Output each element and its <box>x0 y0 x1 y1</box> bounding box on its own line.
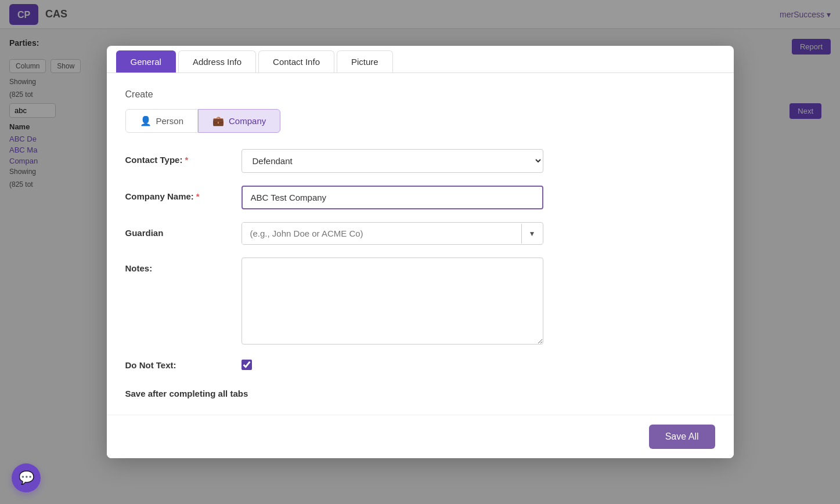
company-name-row: Company Name:* <box>125 186 715 209</box>
company-name-control <box>241 186 543 209</box>
guardian-row: Guardian ▼ <box>125 222 715 245</box>
tab-address-info[interactable]: Address Info <box>178 50 256 72</box>
contact-type-control: Defendant Plaintiff Witness Attorney Oth… <box>241 149 543 173</box>
tab-contact-info[interactable]: Contact Info <box>258 50 334 72</box>
tab-picture[interactable]: Picture <box>337 50 393 72</box>
save-hint: Save after completing all tabs <box>125 389 715 398</box>
contact-type-row: Contact Type:* Defendant Plaintiff Witne… <box>125 149 715 173</box>
guardian-input[interactable] <box>242 223 521 244</box>
contact-type-label: Contact Type:* <box>125 149 241 165</box>
modal-dialog: General Address Info Contact Info Pictur… <box>107 46 734 458</box>
do-not-text-row: Do Not Text: <box>125 360 715 370</box>
entity-type-toggle: 👤 Person 💼 Company <box>125 109 715 133</box>
guardian-dropdown-arrow[interactable]: ▼ <box>521 224 543 244</box>
modal-overlay: General Address Info Contact Info Pictur… <box>0 0 840 504</box>
company-toggle-btn[interactable]: 💼 Company <box>198 109 280 133</box>
notes-row: Notes: <box>125 258 715 347</box>
person-toggle-btn[interactable]: 👤 Person <box>125 109 199 133</box>
notes-control <box>241 258 543 347</box>
company-icon: 💼 <box>212 115 224 126</box>
person-label: Person <box>156 116 184 126</box>
company-label: Company <box>229 116 266 126</box>
person-icon: 👤 <box>140 115 152 126</box>
company-name-label: Company Name:* <box>125 186 241 201</box>
do-not-text-label: Do Not Text: <box>125 360 241 370</box>
chat-bubble-button[interactable]: 💬 <box>12 463 41 492</box>
chat-bubble-icon: 💬 <box>19 470 34 485</box>
save-all-button[interactable]: Save All <box>649 425 715 449</box>
modal-body: Create 👤 Person 💼 Company Contact Type:* <box>107 73 734 415</box>
create-label: Create <box>125 89 715 100</box>
company-name-input[interactable] <box>241 186 543 209</box>
guardian-wrapper: ▼ <box>241 222 543 245</box>
tab-general[interactable]: General <box>116 50 176 72</box>
guardian-control: ▼ <box>241 222 543 245</box>
modal-footer: Save All <box>107 415 734 458</box>
contact-type-select[interactable]: Defendant Plaintiff Witness Attorney Oth… <box>241 149 543 173</box>
notes-label: Notes: <box>125 258 241 273</box>
notes-textarea[interactable] <box>241 258 543 345</box>
modal-tabs: General Address Info Contact Info Pictur… <box>107 46 734 73</box>
do-not-text-checkbox[interactable] <box>241 360 252 370</box>
guardian-label: Guardian <box>125 222 241 238</box>
